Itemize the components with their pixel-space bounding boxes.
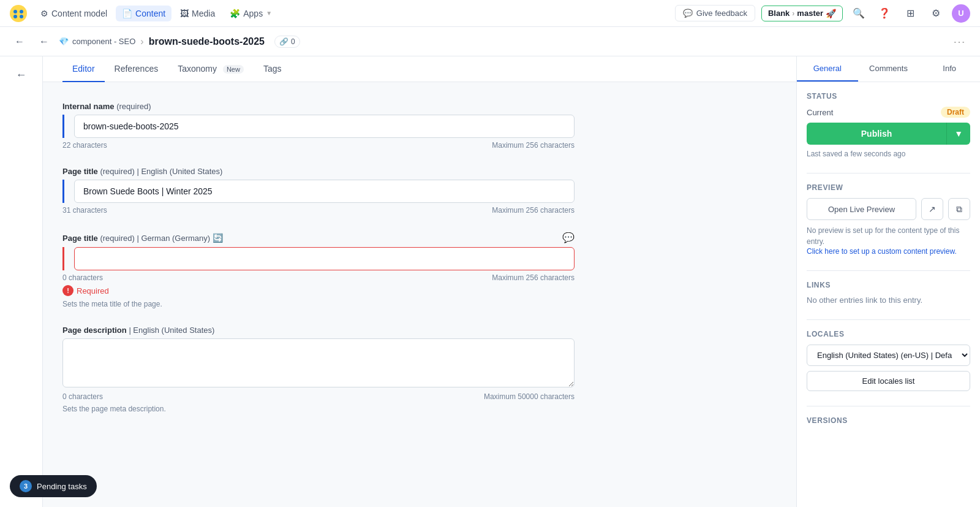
help-button[interactable]: ❓ [875, 4, 894, 23]
versions-section-title: Versions [807, 416, 970, 425]
preview-section-title: Preview [807, 183, 970, 192]
sidebar-icon-1: ← [16, 69, 27, 82]
nav-content-model[interactable]: ⚙ Content model [34, 6, 113, 21]
field-page-description-en-meta: 0 characters Maximum 50000 characters [62, 392, 575, 401]
field-page-title-de-label-row: Page title (required) | German (Germany)… [62, 232, 575, 243]
status-badge: Draft [941, 107, 970, 118]
page-title-en-input[interactable] [74, 180, 575, 203]
links-section-title: Links [807, 281, 970, 289]
logo[interactable] [10, 5, 27, 22]
status-section: Status Current Draft Publish ▼ Last save… [807, 92, 970, 158]
publish-arrow-button[interactable]: ▼ [946, 123, 970, 145]
breadcrumb: 💎 component - SEO [59, 37, 135, 46]
pending-tasks-label: Pending tasks [37, 482, 87, 491]
tab-tags[interactable]: Tags [254, 56, 292, 82]
svg-point-4 [20, 15, 23, 18]
field-comment-icon[interactable]: 💬 [562, 232, 575, 243]
page-title-en-max-chars: Maximum 256 characters [492, 206, 575, 215]
avatar[interactable]: U [952, 4, 970, 23]
status-current-row: Current Draft [807, 107, 970, 118]
tab-editor[interactable]: Editor [62, 56, 105, 82]
breadcrumb-icon: 💎 [59, 37, 69, 46]
entry-title: brown-suede-boots-2025 [149, 36, 265, 47]
nav-media[interactable]: 🖼 Media [174, 6, 221, 21]
page-description-en-input[interactable] [62, 338, 575, 387]
apps-dropdown-icon: ▼ [266, 10, 272, 17]
settings-icon: ⚙ [932, 7, 940, 19]
right-sidebar-body: Status Current Draft Publish ▼ Last save… [797, 82, 980, 449]
second-nav: ← ← 💎 component - SEO › brown-suede-boot… [0, 27, 980, 56]
divider-4 [807, 406, 970, 406]
svg-point-2 [20, 10, 23, 13]
right-tab-general[interactable]: General [797, 56, 858, 82]
setup-preview-link[interactable]: Click here to set up a custom content pr… [807, 247, 970, 256]
main-layout: ← Editor References Taxonomy New Tags [0, 56, 980, 507]
links-section: Links No other entries link to this entr… [807, 281, 970, 305]
search-button[interactable]: 🔍 [849, 4, 869, 23]
nav-more-button[interactable]: ⋯ [948, 34, 970, 49]
page-description-char-count: 0 characters [62, 392, 103, 401]
field-page-title-en-meta: 31 characters Maximum 256 characters [62, 206, 575, 215]
preview-section: Preview Open Live Preview ↗ ⧉ No preview… [807, 183, 970, 256]
env-arrow-icon: › [792, 9, 794, 18]
locale-sync-icon[interactable]: 🔄 [213, 233, 223, 243]
pending-tasks-button[interactable]: 3 Pending tasks [10, 475, 97, 497]
copy-icon: ⧉ [956, 204, 962, 215]
external-link-button[interactable]: ↗ [921, 198, 943, 220]
right-sidebar: General Comments Info Status Current Dra… [796, 56, 980, 507]
back-button[interactable]: ← [10, 32, 29, 51]
link-count-badge[interactable]: 🔗 0 [274, 36, 300, 48]
svg-point-0 [10, 5, 27, 22]
publish-button-group: Publish ▼ [807, 123, 970, 145]
preview-note: No preview is set up for the content typ… [807, 225, 970, 247]
nav-apps[interactable]: 🧩 Apps ▼ [224, 6, 278, 21]
top-nav: ⚙ Content model 📄 Content 🖼 Media 🧩 Apps… [0, 0, 980, 27]
field-accent-internal-name [62, 115, 575, 138]
content-model-icon: ⚙ [40, 9, 48, 18]
locale-select[interactable]: English (United States) (en-US) | Defaul… [807, 345, 970, 366]
publish-button[interactable]: Publish [807, 123, 946, 145]
nav-content[interactable]: 📄 Content [116, 6, 172, 21]
content-tabs-bar: Editor References Taxonomy New Tags [43, 56, 796, 82]
divider-3 [807, 319, 970, 320]
status-current-label: Current [807, 108, 833, 117]
sidebar-nav-item-1[interactable]: ← [9, 63, 34, 87]
link-icon: 🔗 [279, 37, 288, 46]
copy-link-button[interactable]: ⧉ [948, 198, 970, 220]
pending-tasks-count: 3 [20, 480, 32, 492]
form-content: Internal name (required) 22 characters M… [43, 82, 594, 450]
field-page-title-en: Page title (required) | English (United … [62, 167, 575, 215]
grid-button[interactable]: ⊞ [900, 4, 920, 23]
edit-locales-button[interactable]: Edit locales list [807, 371, 970, 391]
taxonomy-new-badge: New [223, 65, 244, 74]
page-title-de-input[interactable] [74, 247, 575, 270]
required-error-icon: ! [62, 285, 74, 296]
open-live-preview-button[interactable]: Open Live Preview [807, 198, 916, 220]
right-tab-info[interactable]: Info [919, 56, 980, 82]
divider-2 [807, 270, 970, 271]
right-tab-comments[interactable]: Comments [858, 56, 919, 82]
no-links-text: No other entries link to this entry. [807, 295, 970, 305]
collapse-button[interactable]: ← [34, 32, 54, 51]
main-content-area: Editor References Taxonomy New Tags Inte… [43, 56, 796, 507]
media-icon: 🖼 [180, 9, 189, 18]
publish-arrow-icon: ▼ [954, 129, 963, 139]
field-accent-page-title-en [62, 180, 575, 203]
tab-references[interactable]: References [105, 56, 168, 82]
left-sidebar: ← [0, 56, 43, 507]
page-title-de-hint: Sets the meta title of the page. [62, 300, 575, 308]
rocket-icon: 🚀 [826, 9, 836, 18]
top-nav-right: 💬 Give feedback Blank › master 🚀 🔍 ❓ ⊞ ⚙… [675, 4, 970, 23]
internal-name-input[interactable] [74, 115, 575, 138]
tab-taxonomy[interactable]: Taxonomy New [168, 56, 254, 82]
preview-button-row: Open Live Preview ↗ ⧉ [807, 198, 970, 220]
settings-button[interactable]: ⚙ [926, 4, 946, 23]
field-page-title-de-meta: 0 characters Maximum 256 characters [62, 273, 575, 282]
apps-icon: 🧩 [230, 9, 240, 18]
environment-badge[interactable]: Blank › master 🚀 [761, 6, 843, 21]
search-icon: 🔍 [853, 7, 865, 19]
external-link-icon: ↗ [929, 204, 936, 214]
field-internal-name-meta: 22 characters Maximum 256 characters [62, 141, 575, 150]
give-feedback-button[interactable]: 💬 Give feedback [675, 5, 755, 21]
field-page-title-en-label: Page title (required) | English (United … [62, 167, 575, 176]
